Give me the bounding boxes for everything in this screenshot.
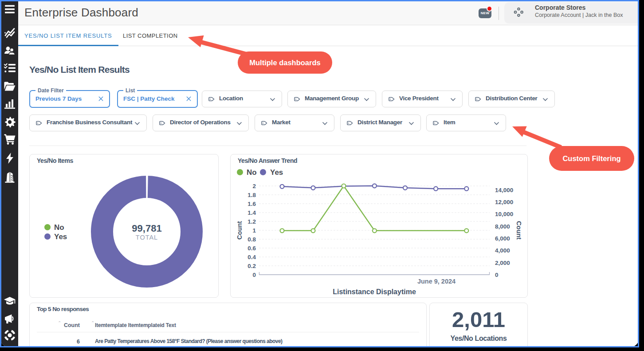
svg-text:1.8: 1.8	[247, 192, 256, 198]
svg-text:June 9, 2024: June 9, 2024	[417, 278, 456, 285]
svg-text:10,000: 10,000	[495, 211, 513, 217]
svg-text:Yes: Yes	[54, 233, 67, 241]
svg-text:0.4: 0.4	[247, 254, 256, 260]
svg-text:0.2: 0.2	[247, 263, 256, 269]
svg-text:1.2: 1.2	[247, 218, 256, 225]
svg-text:0: 0	[495, 272, 499, 278]
svg-text:6,000: 6,000	[495, 235, 510, 242]
svg-text:1: 1	[252, 227, 256, 234]
svg-text:8,000: 8,000	[495, 223, 510, 230]
svg-text:4,000: 4,000	[495, 247, 510, 254]
svg-text:2: 2	[252, 183, 256, 189]
svg-text:No: No	[247, 168, 257, 177]
svg-text:14,000: 14,000	[495, 187, 513, 193]
svg-text:1.6: 1.6	[247, 201, 256, 207]
svg-text:No: No	[54, 223, 64, 232]
svg-text:Listinstance Displaytime: Listinstance Displaytime	[333, 288, 416, 296]
svg-text:TOTAL: TOTAL	[136, 234, 158, 241]
svg-text:0.8: 0.8	[247, 236, 256, 243]
svg-text:Count: Count	[236, 221, 243, 240]
svg-text:0.6: 0.6	[247, 245, 256, 252]
svg-text:99,781: 99,781	[132, 223, 161, 234]
svg-text:12,000: 12,000	[495, 199, 513, 205]
svg-text:Count: Count	[515, 221, 522, 240]
svg-text:Yes: Yes	[270, 168, 283, 177]
svg-text:0: 0	[252, 272, 256, 278]
svg-text:2,000: 2,000	[495, 260, 510, 266]
svg-text:1.4: 1.4	[247, 209, 256, 216]
